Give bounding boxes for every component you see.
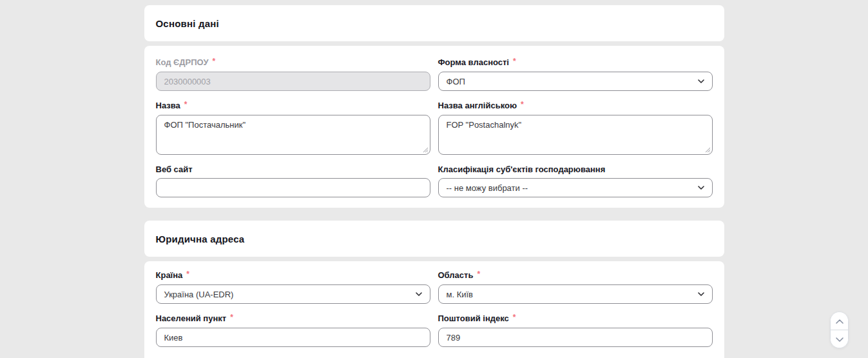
main-data-card: Код ЄДРПОУ * Форма власності * ФОП <box>144 46 724 208</box>
form-row: Країна * Україна (UA-EDR) Область * м. К… <box>156 270 713 304</box>
legal-address-header-card: Юридична адреса <box>144 221 724 257</box>
form-row: Код ЄДРПОУ * Форма власності * ФОП <box>156 57 713 91</box>
name-label: Назва * <box>156 101 430 111</box>
main-data-header-card: Основні дані <box>144 5 724 41</box>
country-value: Україна (UA-EDR) <box>164 290 234 299</box>
country-field: Країна * Україна (UA-EDR) <box>156 270 430 304</box>
edrpou-field: Код ЄДРПОУ * <box>156 57 430 91</box>
form-row: Веб сайт Класифікація суб'єктів господар… <box>156 164 713 197</box>
required-asterisk: * <box>230 313 233 323</box>
required-asterisk: * <box>513 313 516 323</box>
region-value: м. Київ <box>447 290 474 299</box>
name-english-field: Назва англійською * FOP "Postachalnyk" <box>438 101 713 155</box>
city-label: Населений пункт * <box>156 313 430 324</box>
main-data-title: Основні дані <box>156 18 219 29</box>
name-textarea[interactable]: ФОП "Постачальник" <box>156 115 430 155</box>
chevron-down-icon <box>698 186 704 190</box>
name-field: Назва * ФОП "Постачальник" <box>156 101 430 155</box>
required-asterisk: * <box>521 100 524 110</box>
classification-value: -- не можу вибрати -- <box>447 183 528 193</box>
resize-handle-icon[interactable] <box>423 147 429 153</box>
website-input[interactable] <box>156 178 430 197</box>
region-select[interactable]: м. Київ <box>438 284 713 304</box>
region-label: Область * <box>438 270 713 281</box>
name-english-textarea[interactable]: FOP "Postachalnyk" <box>438 115 713 155</box>
classification-select[interactable]: -- не можу вибрати -- <box>438 178 713 197</box>
form-row: Назва * ФОП "Постачальник" Назва англійс… <box>156 101 713 155</box>
chevron-down-icon <box>416 292 422 296</box>
chevron-up-icon <box>836 316 844 326</box>
website-label: Веб сайт <box>156 164 430 174</box>
country-label: Країна * <box>156 270 430 281</box>
city-field: Населений пункт * <box>156 313 430 347</box>
ownership-form-field: Форма власності * ФОП <box>438 57 713 91</box>
required-asterisk: * <box>186 270 189 279</box>
classification-field: Класифікація суб'єктів господарювання --… <box>438 164 713 197</box>
scroll-down-button[interactable] <box>831 330 848 348</box>
edrpou-label: Код ЄДРПОУ * <box>156 57 430 68</box>
region-field: Область * м. Київ <box>438 270 713 304</box>
postal-code-label: Поштовий індекс * <box>438 313 713 324</box>
required-asterisk: * <box>477 270 480 279</box>
ownership-form-value: ФОП <box>447 77 465 86</box>
city-input[interactable] <box>156 328 430 347</box>
postal-code-input[interactable] <box>438 328 713 347</box>
website-field: Веб сайт <box>156 164 430 197</box>
required-asterisk: * <box>513 57 516 66</box>
edrpou-input <box>156 72 430 91</box>
supplier-profile-form: Основні дані Код ЄДРПОУ * Форма власност… <box>144 0 724 358</box>
scroll-up-button[interactable] <box>831 312 848 330</box>
legal-address-title: Юридична адреса <box>156 234 245 244</box>
page-scroll-widget <box>830 312 849 348</box>
country-select[interactable]: Україна (UA-EDR) <box>156 284 430 304</box>
required-asterisk: * <box>212 57 215 66</box>
chevron-down-icon <box>698 292 704 296</box>
postal-code-field: Поштовий індекс * <box>438 313 713 347</box>
classification-label: Класифікація суб'єктів господарювання <box>438 164 713 174</box>
form-row: Населений пункт * Поштовий індекс * <box>156 313 713 347</box>
legal-address-card: Країна * Україна (UA-EDR) Область * м. К… <box>144 261 724 358</box>
ownership-form-select[interactable]: ФОП <box>438 72 713 91</box>
ownership-form-label: Форма власності * <box>438 57 713 68</box>
chevron-down-icon <box>836 334 844 344</box>
resize-handle-icon[interactable] <box>705 147 711 153</box>
chevron-down-icon <box>698 79 704 83</box>
required-asterisk: * <box>184 100 188 110</box>
name-english-label: Назва англійською * <box>438 101 713 111</box>
